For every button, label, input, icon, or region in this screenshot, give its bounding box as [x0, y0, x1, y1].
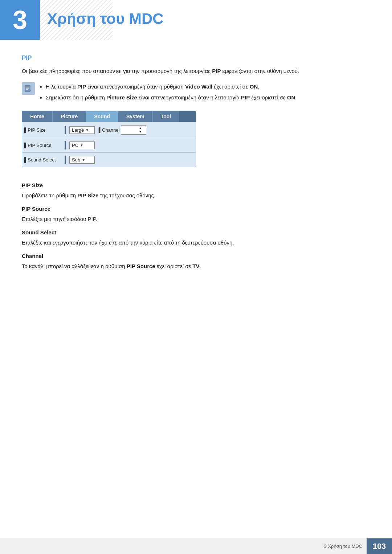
channel-value	[123, 127, 137, 133]
footer-page-number: 103	[367, 538, 392, 554]
note-svg-icon	[24, 85, 32, 93]
select-sound-select[interactable]: Sub ▼	[69, 156, 95, 164]
main-content: PIP Οι βασικές πληροφορίες που απαιτούντ…	[22, 54, 370, 276]
svg-rect-0	[25, 85, 30, 92]
menu-rows: ▌PIP Size Large ▼ ▌Channel ▲ ▼	[22, 122, 196, 167]
label-pip-size: ▌PIP Size	[22, 126, 66, 134]
note-item-2: Σημειώστε ότι η ρύθμιση Picture Size είν…	[46, 93, 297, 102]
tab-picture[interactable]: Picture	[53, 111, 86, 122]
value-pip-source[interactable]: PC ▼	[66, 140, 196, 151]
dropdown-arrow-pip-source: ▼	[80, 143, 83, 147]
menu-table: Home Picture Sound System Tool ▌PIP Size…	[22, 111, 196, 167]
sub-heading-pip-size: PIP Size	[22, 182, 370, 188]
sub-text-sound-select: Επιλέξτε και ενεργοποιήστε τον ήχο είτε …	[22, 238, 370, 247]
menu-row-pip-size: ▌PIP Size Large ▼ ▌Channel ▲ ▼	[22, 122, 196, 138]
note-list: Η λειτουργία PIP είναι απενεργοποιημένη …	[39, 82, 297, 103]
tab-home[interactable]: Home	[22, 111, 53, 122]
chapter-title-area: Χρήση του MDC	[47, 10, 370, 28]
dropdown-arrow-pip-size: ▼	[85, 128, 89, 132]
footer: 3 Χρήση του MDC 103	[0, 538, 392, 554]
select-pip-source-value: PC	[72, 143, 78, 148]
select-pip-source[interactable]: PC ▼	[69, 141, 95, 149]
chapter-number-block: 3	[0, 0, 40, 40]
tab-system[interactable]: System	[118, 111, 153, 122]
sub-heading-channel: Channel	[22, 253, 370, 259]
chapter-number: 3	[13, 7, 27, 33]
channel-label: ▌Channel	[99, 127, 120, 133]
label-pip-source: ▌PIP Source	[22, 141, 66, 149]
sub-text-pip-source: Επιλέξτε μια πηγή εισόδου PIP.	[22, 215, 370, 223]
menu-tabs: Home Picture Sound System Tool	[22, 111, 196, 122]
select-sound-select-value: Sub	[72, 157, 80, 163]
tab-sound[interactable]: Sound	[86, 111, 118, 122]
menu-row-pip-source: ▌PIP Source PC ▼	[22, 138, 196, 152]
section-intro-text: Οι βασικές πληροφορίες που απαιτούνται γ…	[22, 67, 370, 75]
note-block: Η λειτουργία PIP είναι απενεργοποιημένη …	[22, 82, 370, 103]
sub-heading-pip-source: PIP Source	[22, 206, 370, 212]
value-pip-size[interactable]: Large ▼ ▌Channel ▲ ▼	[66, 124, 196, 136]
menu-row-sound-select: ▌Sound Select Sub ▼	[22, 152, 196, 167]
sub-heading-sound-select: Sound Select	[22, 229, 370, 235]
note-icon	[22, 82, 35, 95]
footer-chapter-label: 3 Χρήση του MDC	[324, 543, 367, 549]
value-sound-select[interactable]: Sub ▼	[66, 155, 196, 165]
select-pip-size-value: Large	[72, 127, 84, 133]
chapter-title: Χρήση του MDC	[47, 10, 164, 27]
spinner-arrows[interactable]: ▲ ▼	[139, 126, 142, 134]
channel-spinner[interactable]: ▲ ▼	[121, 125, 146, 135]
sub-text-pip-size: Προβάλετε τη ρύθμιση PIP Size της τρέχου…	[22, 191, 370, 200]
section-heading-pip: PIP	[22, 54, 370, 62]
sub-text-channel: Το κανάλι μπορεί να αλλάξει εάν η ρύθμισ…	[22, 262, 370, 271]
select-pip-size[interactable]: Large ▼	[69, 126, 95, 134]
label-sound-select: ▌Sound Select	[22, 156, 66, 164]
note-item-1: Η λειτουργία PIP είναι απενεργοποιημένη …	[46, 82, 297, 91]
arrow-up[interactable]: ▲	[139, 126, 142, 130]
tab-tool[interactable]: Tool	[153, 111, 179, 122]
arrow-down[interactable]: ▼	[139, 130, 142, 134]
dropdown-arrow-sound-select: ▼	[82, 158, 85, 162]
